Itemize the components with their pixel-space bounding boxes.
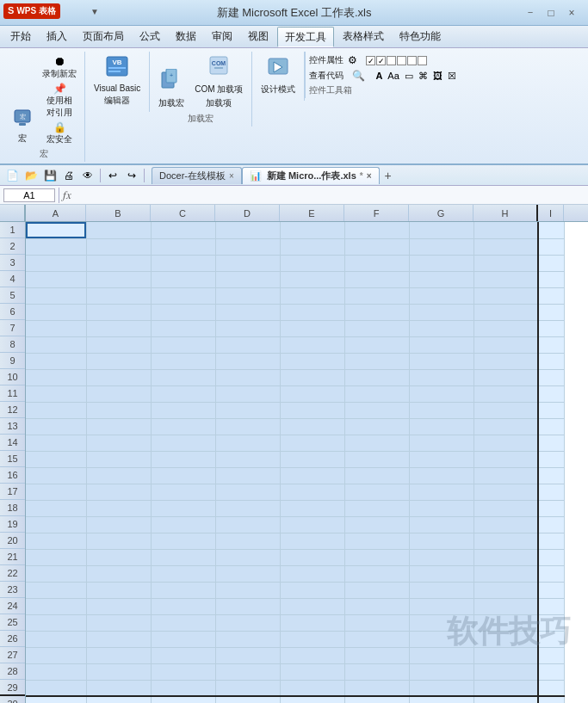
cell-D2[interactable] <box>215 238 280 255</box>
cell-E18[interactable] <box>280 500 344 516</box>
cell-A7[interactable] <box>26 320 86 336</box>
cell-F18[interactable] <box>344 500 409 516</box>
cell-B13[interactable] <box>86 418 151 435</box>
relative-ref-button[interactable]: 📌 使用相 对引用 <box>40 82 79 120</box>
cell-G22[interactable] <box>409 565 473 582</box>
cell-E29[interactable] <box>280 680 344 696</box>
macro-button[interactable]: 宏 宏 <box>9 106 36 146</box>
cell-H2[interactable] <box>473 238 538 255</box>
cell-G6[interactable] <box>409 304 473 320</box>
cell-B25[interactable] <box>86 614 151 631</box>
cell-A15[interactable] <box>26 451 86 467</box>
row-header-7[interactable]: 7 <box>0 320 25 336</box>
cell-D16[interactable] <box>215 467 280 484</box>
row-header-10[interactable]: 10 <box>0 369 25 385</box>
cell-H11[interactable] <box>473 385 538 402</box>
cell-A2[interactable] <box>26 238 86 255</box>
cell-C29[interactable] <box>151 680 215 696</box>
cell-F2[interactable] <box>344 238 409 255</box>
textbox-btn[interactable]: Aa <box>386 70 400 82</box>
cell-A4[interactable] <box>26 271 86 287</box>
cell-I13[interactable] <box>538 418 564 435</box>
cell-I7[interactable] <box>538 320 564 336</box>
cell-I8[interactable] <box>538 336 564 353</box>
cell-I9[interactable] <box>538 353 564 369</box>
cell-F30[interactable] <box>344 696 409 703</box>
cell-G25[interactable] <box>409 614 473 631</box>
cell-C24[interactable] <box>151 598 215 614</box>
cell-F6[interactable] <box>344 304 409 320</box>
col-header-C[interactable]: C <box>151 205 215 221</box>
cell-A30[interactable] <box>26 696 86 703</box>
cell-E19[interactable] <box>280 516 344 533</box>
cell-F21[interactable] <box>344 549 409 565</box>
cell-I14[interactable] <box>538 435 564 451</box>
cell-B9[interactable] <box>86 353 151 369</box>
cell-E27[interactable] <box>280 647 344 663</box>
cell-D5[interactable] <box>215 287 280 304</box>
check3[interactable] <box>387 56 396 65</box>
cell-I24[interactable] <box>538 598 564 614</box>
cell-I4[interactable] <box>538 271 564 287</box>
cell-B14[interactable] <box>86 435 151 451</box>
cell-H20[interactable] <box>473 533 538 549</box>
row-header-18[interactable]: 18 <box>0 500 25 516</box>
cell-C11[interactable] <box>151 385 215 402</box>
tab-docer-close[interactable]: × <box>229 171 234 181</box>
cell-D12[interactable] <box>215 402 280 418</box>
cell-I10[interactable] <box>538 369 564 385</box>
cell-I21[interactable] <box>538 549 564 565</box>
cell-B4[interactable] <box>86 271 151 287</box>
cell-E7[interactable] <box>280 320 344 336</box>
rect-btn[interactable]: ▭ <box>403 70 415 83</box>
cell-I26[interactable] <box>538 631 564 647</box>
cell-H9[interactable] <box>473 353 538 369</box>
cell-G4[interactable] <box>409 271 473 287</box>
row-header-29[interactable]: 29 <box>0 680 25 696</box>
cell-G27[interactable] <box>409 647 473 663</box>
cell-H8[interactable] <box>473 336 538 353</box>
cell-H3[interactable] <box>473 255 538 271</box>
cell-F14[interactable] <box>344 435 409 451</box>
tab-docer[interactable]: Docer-在线模板 × <box>152 167 242 184</box>
cell-D21[interactable] <box>215 549 280 565</box>
cell-F4[interactable] <box>344 271 409 287</box>
cell-A10[interactable] <box>26 369 86 385</box>
cell-C9[interactable] <box>151 353 215 369</box>
menu-table-style[interactable]: 表格样式 <box>336 27 391 46</box>
cell-A8[interactable] <box>26 336 86 353</box>
cell-C10[interactable] <box>151 369 215 385</box>
cell-F17[interactable] <box>344 484 409 500</box>
cell-D20[interactable] <box>215 533 280 549</box>
cell-H19[interactable] <box>473 516 538 533</box>
cell-D23[interactable] <box>215 582 280 598</box>
cell-E8[interactable] <box>280 336 344 353</box>
vba-button[interactable]: VB Visual Basic 编辑器 <box>90 53 144 108</box>
cell-B5[interactable] <box>86 287 151 304</box>
cell-H6[interactable] <box>473 304 538 320</box>
cell-B19[interactable] <box>86 516 151 533</box>
corner-cell[interactable] <box>0 205 25 222</box>
cell-C4[interactable] <box>151 271 215 287</box>
cell-F8[interactable] <box>344 336 409 353</box>
cell-B22[interactable] <box>86 565 151 582</box>
row-header-30[interactable]: 30 <box>0 696 25 703</box>
cell-F5[interactable] <box>344 287 409 304</box>
row-header-19[interactable]: 19 <box>0 516 25 533</box>
cell-C7[interactable] <box>151 320 215 336</box>
cell-E22[interactable] <box>280 565 344 582</box>
cell-I27[interactable] <box>538 647 564 663</box>
cell-B27[interactable] <box>86 647 151 663</box>
cell-I28[interactable] <box>538 663 564 680</box>
cell-G5[interactable] <box>409 287 473 304</box>
cell-G10[interactable] <box>409 369 473 385</box>
cell-G29[interactable] <box>409 680 473 696</box>
row-header-12[interactable]: 12 <box>0 402 25 418</box>
menu-special[interactable]: 特色功能 <box>393 27 448 46</box>
cell-G15[interactable] <box>409 451 473 467</box>
cell-A6[interactable] <box>26 304 86 320</box>
cell-C20[interactable] <box>151 533 215 549</box>
cell-H30[interactable] <box>473 696 538 703</box>
com-addins-button[interactable]: COM COM 加载项 加载项 <box>191 53 246 111</box>
cell-B30[interactable] <box>86 696 151 703</box>
